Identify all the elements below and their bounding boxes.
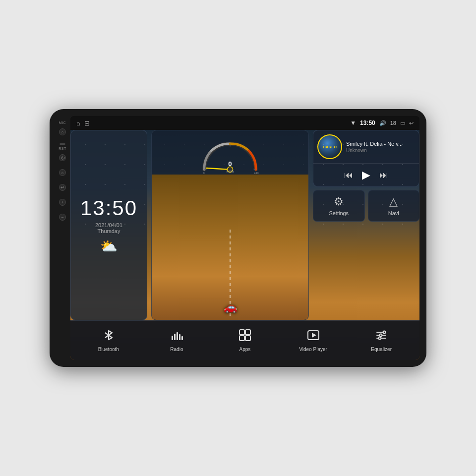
- volume-down-button[interactable]: −: [59, 214, 66, 221]
- svg-rect-17: [245, 336, 250, 341]
- svg-rect-12: [179, 334, 180, 340]
- status-bar: ⌂ ⊞ ▼ 13:50 🔊 18 ▭ ↩: [70, 116, 419, 130]
- navi-icon: △: [389, 195, 398, 208]
- home2-button[interactable]: ⌂: [59, 169, 66, 176]
- music-info: Smiley ft. Delia - Ne v... Unknown: [346, 141, 415, 153]
- svg-text:km/h: km/h: [227, 170, 234, 173]
- car-icon: 🚗: [224, 301, 237, 314]
- weather-icon: ⛅: [100, 238, 118, 254]
- svg-rect-10: [174, 334, 176, 340]
- bluetooth-icon: [102, 329, 115, 345]
- power-button[interactable]: ⏻: [59, 154, 66, 161]
- rst-label: RST: [59, 147, 66, 150]
- svg-rect-14: [239, 330, 244, 335]
- equalizer-button[interactable]: Equalizer: [347, 329, 416, 352]
- video-player-button[interactable]: Video Player: [279, 329, 348, 352]
- svg-rect-11: [177, 332, 178, 340]
- radio-label: Radio: [170, 347, 183, 352]
- music-controls: ⏮ ▶ ⏭: [313, 164, 419, 186]
- music-artist: Unknown: [346, 148, 415, 153]
- play-button[interactable]: ▶: [362, 169, 370, 181]
- svg-text:0: 0: [228, 160, 232, 168]
- radio-icon: [170, 329, 183, 345]
- bluetooth-button[interactable]: Bluetooth: [74, 329, 143, 352]
- settings-label: Settings: [329, 210, 349, 216]
- navi-button[interactable]: △ Navi: [368, 190, 420, 222]
- prev-button[interactable]: ⏮: [344, 170, 353, 180]
- svg-rect-15: [245, 330, 250, 335]
- svg-marker-19: [312, 333, 316, 338]
- volume-icon: 🔊: [379, 120, 386, 126]
- video-player-icon: [307, 329, 320, 345]
- clock-time-display: 13:50: [80, 196, 137, 220]
- settings-icon: ⚙: [334, 195, 344, 208]
- svg-rect-13: [181, 336, 183, 340]
- equalizer-icon: [375, 329, 388, 345]
- music-widget: CARFU Smiley ft. Delia - Ne v... Unknown…: [313, 130, 419, 187]
- status-time: 13:50: [360, 119, 375, 126]
- radio-button[interactable]: Radio: [143, 329, 211, 352]
- clock-widget: 13:50 2021/04/01 Thursday ⛅: [70, 130, 147, 320]
- apps-label: Apps: [239, 347, 251, 352]
- side-button-panel: MIC ⌂ RST ⏻ ⌂ ↩ + −: [57, 116, 70, 360]
- speedometer-gauge: 0 km/h 0 240: [195, 134, 265, 177]
- svg-rect-16: [239, 336, 244, 341]
- volume-level: 18: [390, 120, 396, 126]
- mic-indicator: [60, 143, 65, 145]
- apps-button[interactable]: Apps: [211, 329, 279, 352]
- battery-icon: ▭: [400, 120, 405, 126]
- home-status-icon[interactable]: ⌂: [76, 119, 80, 127]
- apps-status-icon[interactable]: ⊞: [84, 119, 90, 127]
- next-button[interactable]: ⏭: [379, 170, 388, 180]
- mic-label: MIC: [59, 121, 66, 124]
- volume-up-button[interactable]: +: [59, 199, 66, 206]
- album-label: CARFU: [323, 145, 337, 149]
- equalizer-label: Equalizer: [371, 347, 392, 352]
- video-player-label: Video Player: [299, 347, 327, 352]
- bluetooth-label: Bluetooth: [98, 347, 119, 352]
- settings-button[interactable]: ⚙ Settings: [313, 190, 365, 222]
- clock-day-display: Thursday: [98, 228, 120, 234]
- back-button[interactable]: ↩: [59, 184, 66, 191]
- main-content-area: 13:50 2021/04/01 Thursday ⛅: [70, 130, 419, 360]
- bottom-app-bar: Bluetooth Radio: [70, 320, 419, 360]
- navi-label: Navi: [388, 210, 399, 216]
- apps-icon: [238, 329, 251, 345]
- car-display-unit: MIC ⌂ RST ⏻ ⌂ ↩ + − ⌂ ⊞ ▼ 13:50 🔊 18 ▭ ↩: [50, 109, 426, 367]
- back-nav-icon[interactable]: ↩: [409, 120, 414, 126]
- music-title: Smiley ft. Delia - Ne v...: [346, 141, 415, 147]
- svg-line-0: [207, 168, 230, 170]
- wifi-icon: ▼: [350, 119, 356, 126]
- home-button[interactable]: ⌂: [59, 128, 66, 135]
- svg-rect-9: [172, 336, 173, 340]
- main-screen: ⌂ ⊞ ▼ 13:50 🔊 18 ▭ ↩ 13:50 2021/04/01 Th…: [70, 116, 419, 360]
- speedometer-widget: 0 km/h 0 240 🚗: [151, 130, 309, 320]
- clock-date-display: 2021/04/01: [95, 222, 122, 228]
- album-art: CARFU: [317, 134, 342, 159]
